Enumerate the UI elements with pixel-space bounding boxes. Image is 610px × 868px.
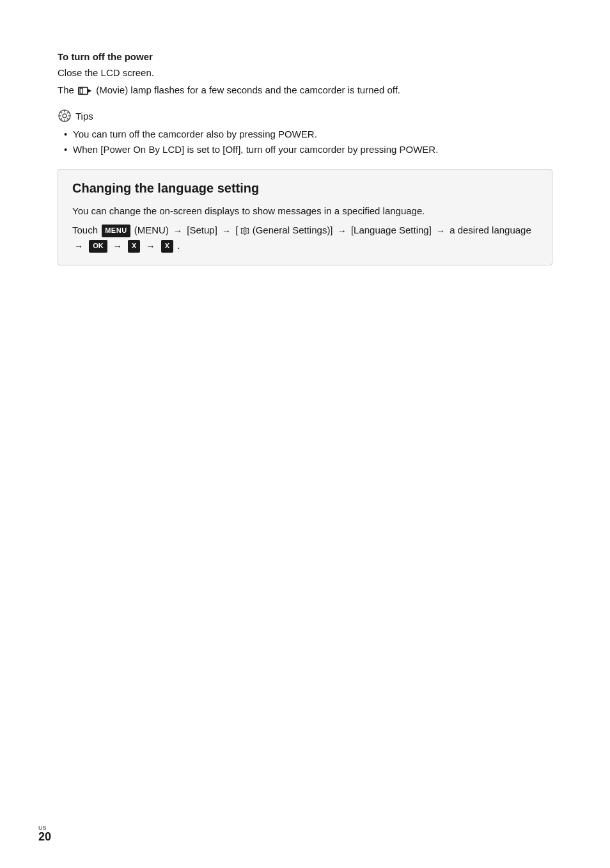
movie-lamp-icon	[78, 86, 92, 96]
changing-lang-title: Changing the language setting	[72, 181, 538, 196]
arrow-1: →	[173, 224, 182, 238]
close-lcd-text: Close the LCD screen.	[58, 66, 552, 81]
desired-lang-text: a desired language	[450, 225, 531, 235]
arrow-7: →	[146, 239, 155, 253]
arrow-4: →	[436, 224, 445, 238]
tips-header: Tips	[58, 109, 552, 123]
general-settings-step: [ (General Settings)]	[235, 225, 336, 235]
tips-list: You can turn off the camcorder also by p…	[58, 127, 552, 157]
page-footer: US 20	[38, 825, 51, 842]
tips-gear-icon	[58, 109, 72, 123]
lang-intro-text: You can change the on-screen displays to…	[72, 203, 538, 219]
arrow-3: →	[338, 224, 347, 238]
svg-point-5	[244, 230, 246, 232]
period: .	[177, 240, 180, 251]
arrow-2: →	[222, 224, 231, 238]
menu-paren: (MENU)	[134, 225, 171, 235]
turn-off-heading: To turn off the power	[58, 51, 552, 62]
turn-off-section: To turn off the power Close the LCD scre…	[58, 51, 552, 157]
tips-section: Tips You can turn off the camcorder also…	[58, 109, 552, 157]
tip-item-2: When [Power On By LCD] is set to [Off], …	[64, 142, 552, 157]
x-button-1-label: X	[128, 240, 140, 253]
lang-instructions: Touch MENU (MENU) → [Setup] → [ (General…	[72, 223, 538, 253]
changing-lang-box: Changing the language setting You can ch…	[58, 169, 552, 265]
lamp-flashes-text: The (Movie) lamp flashes for a few secon…	[58, 83, 552, 98]
lang-body: You can change the on-screen displays to…	[72, 203, 538, 253]
language-setting-step: [Language Setting]	[351, 225, 434, 235]
x-button-2-label: X	[161, 240, 173, 253]
arrow-6: →	[113, 239, 122, 253]
lamp-text: (Movie) lamp flashes for a few seconds a…	[96, 84, 400, 95]
tip-item-1: You can turn off the camcorder also by p…	[64, 127, 552, 142]
page-number: 20	[38, 831, 51, 842]
svg-point-4	[63, 114, 66, 118]
arrow-5: →	[74, 239, 83, 253]
svg-marker-2	[88, 88, 91, 92]
ok-button-label: OK	[89, 240, 107, 253]
touch-word: Touch	[72, 225, 98, 235]
the-word: The	[58, 84, 77, 95]
tips-label: Tips	[75, 111, 93, 122]
menu-button-label: MENU	[102, 225, 130, 237]
setup-step: [Setup]	[187, 225, 220, 235]
